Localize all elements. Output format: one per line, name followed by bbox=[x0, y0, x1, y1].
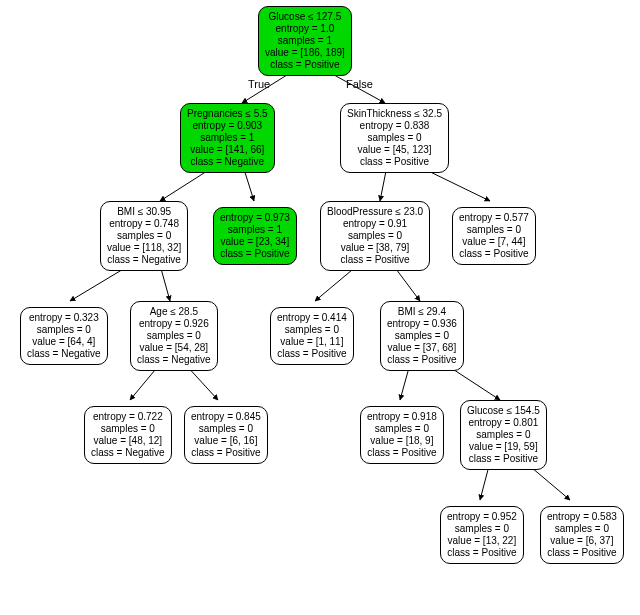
node-text: entropy = 0.845 bbox=[191, 411, 261, 423]
node-text: Pregnancies ≤ 5.5 bbox=[187, 108, 268, 120]
node-text: Age ≤ 28.5 bbox=[137, 306, 211, 318]
node-text: class = Positive bbox=[191, 447, 261, 459]
node-text: value = [6, 16] bbox=[191, 435, 261, 447]
node-text: samples = 0 bbox=[467, 429, 540, 441]
node-text: value = [37, 68] bbox=[387, 342, 457, 354]
node-text: samples = 1 bbox=[265, 35, 345, 47]
node-text: BloodPressure ≤ 23.0 bbox=[327, 206, 423, 218]
node-text: Glucose ≤ 127.5 bbox=[265, 11, 345, 23]
tree-node: Pregnancies ≤ 5.5 entropy = 0.903 sample… bbox=[180, 103, 275, 173]
node-text: samples = 0 bbox=[27, 324, 101, 336]
node-text: SkinThickness ≤ 32.5 bbox=[347, 108, 442, 120]
node-text: class = Negative bbox=[137, 354, 211, 366]
node-text: entropy = 1.0 bbox=[265, 23, 345, 35]
node-text: value = [23, 34] bbox=[220, 236, 290, 248]
tree-node: BloodPressure ≤ 23.0 entropy = 0.91 samp… bbox=[320, 201, 430, 271]
node-text: samples = 1 bbox=[187, 132, 268, 144]
node-text: value = [18, 9] bbox=[367, 435, 437, 447]
node-text: class = Positive bbox=[447, 547, 517, 559]
node-text: value = [7, 44] bbox=[459, 236, 529, 248]
node-text: entropy = 0.583 bbox=[547, 511, 617, 523]
tree-node-root: Glucose ≤ 127.5 entropy = 1.0 samples = … bbox=[258, 6, 352, 76]
node-text: value = [54, 28] bbox=[137, 342, 211, 354]
node-text: samples = 0 bbox=[547, 523, 617, 535]
node-text: value = [48, 12] bbox=[91, 435, 165, 447]
node-text: value = [38, 79] bbox=[327, 242, 423, 254]
tree-node: BMI ≤ 29.4 entropy = 0.936 samples = 0 v… bbox=[380, 301, 464, 371]
tree-node: entropy = 0.577 samples = 0 value = [7, … bbox=[452, 207, 536, 265]
node-text: samples = 0 bbox=[327, 230, 423, 242]
tree-node: entropy = 0.722 samples = 0 value = [48,… bbox=[84, 406, 172, 464]
node-text: value = [186, 189] bbox=[265, 47, 345, 59]
node-text: value = [6, 37] bbox=[547, 535, 617, 547]
node-text: value = [13, 22] bbox=[447, 535, 517, 547]
tree-node: entropy = 0.952 samples = 0 value = [13,… bbox=[440, 506, 524, 564]
node-text: samples = 0 bbox=[459, 224, 529, 236]
node-text: class = Positive bbox=[547, 547, 617, 559]
node-text: class = Positive bbox=[327, 254, 423, 266]
node-text: samples = 0 bbox=[387, 330, 457, 342]
node-text: class = Positive bbox=[367, 447, 437, 459]
node-text: entropy = 0.748 bbox=[107, 218, 181, 230]
node-text: value = [118, 32] bbox=[107, 242, 181, 254]
node-text: samples = 0 bbox=[367, 423, 437, 435]
tree-node: Glucose ≤ 154.5 entropy = 0.801 samples … bbox=[460, 400, 547, 470]
node-text: class = Negative bbox=[27, 348, 101, 360]
node-text: value = [45, 123] bbox=[347, 144, 442, 156]
node-text: value = [141, 66] bbox=[187, 144, 268, 156]
node-text: samples = 0 bbox=[191, 423, 261, 435]
node-text: value = [1, 11] bbox=[277, 336, 347, 348]
node-text: entropy = 0.838 bbox=[347, 120, 442, 132]
node-text: entropy = 0.973 bbox=[220, 212, 290, 224]
node-text: entropy = 0.91 bbox=[327, 218, 423, 230]
tree-node: entropy = 0.973 samples = 1 value = [23,… bbox=[213, 207, 297, 265]
node-text: class = Positive bbox=[467, 453, 540, 465]
node-text: class = Negative bbox=[107, 254, 181, 266]
tree-node: entropy = 0.845 samples = 0 value = [6, … bbox=[184, 406, 268, 464]
node-text: entropy = 0.801 bbox=[467, 417, 540, 429]
node-text: class = Positive bbox=[387, 354, 457, 366]
tree-node: entropy = 0.323 samples = 0 value = [64,… bbox=[20, 307, 108, 365]
node-text: BMI ≤ 29.4 bbox=[387, 306, 457, 318]
node-text: value = [64, 4] bbox=[27, 336, 101, 348]
tree-node: BMI ≤ 30.95 entropy = 0.748 samples = 0 … bbox=[100, 201, 188, 271]
node-text: samples = 0 bbox=[347, 132, 442, 144]
tree-node: entropy = 0.414 samples = 0 value = [1, … bbox=[270, 307, 354, 365]
node-text: entropy = 0.903 bbox=[187, 120, 268, 132]
tree-node: entropy = 0.583 samples = 0 value = [6, … bbox=[540, 506, 624, 564]
node-text: value = [19, 59] bbox=[467, 441, 540, 453]
node-text: class = Positive bbox=[220, 248, 290, 260]
edge-label-false: False bbox=[346, 78, 373, 90]
node-text: samples = 0 bbox=[137, 330, 211, 342]
node-text: samples = 0 bbox=[277, 324, 347, 336]
node-text: class = Positive bbox=[265, 59, 345, 71]
node-text: class = Positive bbox=[459, 248, 529, 260]
node-text: entropy = 0.577 bbox=[459, 212, 529, 224]
node-text: samples = 1 bbox=[220, 224, 290, 236]
node-text: class = Positive bbox=[277, 348, 347, 360]
tree-node: Age ≤ 28.5 entropy = 0.926 samples = 0 v… bbox=[130, 301, 218, 371]
node-text: entropy = 0.722 bbox=[91, 411, 165, 423]
node-text: class = Negative bbox=[91, 447, 165, 459]
node-text: entropy = 0.323 bbox=[27, 312, 101, 324]
edge-label-true: True bbox=[248, 78, 270, 90]
node-text: entropy = 0.918 bbox=[367, 411, 437, 423]
node-text: Glucose ≤ 154.5 bbox=[467, 405, 540, 417]
node-text: samples = 0 bbox=[107, 230, 181, 242]
node-text: entropy = 0.936 bbox=[387, 318, 457, 330]
node-text: class = Negative bbox=[187, 156, 268, 168]
node-text: entropy = 0.952 bbox=[447, 511, 517, 523]
node-text: entropy = 0.414 bbox=[277, 312, 347, 324]
node-text: class = Positive bbox=[347, 156, 442, 168]
tree-node: entropy = 0.918 samples = 0 value = [18,… bbox=[360, 406, 444, 464]
node-text: entropy = 0.926 bbox=[137, 318, 211, 330]
tree-node: SkinThickness ≤ 32.5 entropy = 0.838 sam… bbox=[340, 103, 449, 173]
node-text: samples = 0 bbox=[91, 423, 165, 435]
node-text: samples = 0 bbox=[447, 523, 517, 535]
node-text: BMI ≤ 30.95 bbox=[107, 206, 181, 218]
